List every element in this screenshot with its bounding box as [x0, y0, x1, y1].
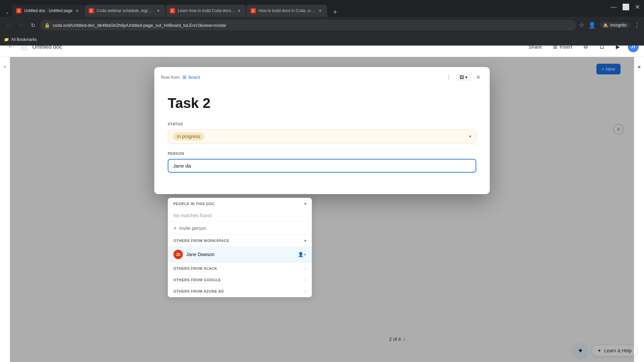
jane-dawson-avatar: JD [173, 250, 183, 259]
people-in-doc-header[interactable]: PEOPLE IN THIS DOC ▾ [168, 198, 312, 209]
address-text: coda.io/d/Untitled-doc_dk4MaGh2h6p/Untit… [53, 23, 572, 28]
tab-4-close[interactable]: × [318, 8, 323, 13]
back-button[interactable]: ← [4, 20, 13, 30]
tab-bar: ⌄ C Untitled doc · Untitled page × C Cod… [0, 0, 644, 17]
add-person-icon: 👤+ [298, 252, 306, 257]
invite-plus-icon: + [173, 225, 176, 231]
incognito-icon: 🕵 [603, 23, 608, 27]
profile-icon[interactable]: 👤 [588, 21, 596, 29]
tab-4[interactable]: C How to build docs in Coda, cre... × [247, 5, 327, 17]
right-sidebar-toggle[interactable]: « [634, 57, 644, 362]
modal-overlay[interactable]: Row from ⊞ Board ⋮ 🖼 ▾ × [10, 57, 634, 362]
tab-list-btn[interactable]: ⌄ [3, 7, 12, 17]
tab-4-favicon: C [251, 8, 256, 13]
person-field-label: PERSON [168, 152, 476, 156]
people-in-doc-arrow-icon: ▾ [304, 201, 306, 206]
chevron-right-icon: « [638, 64, 641, 70]
chevron-left-icon: » [4, 64, 6, 69]
status-field-label: STATUS [168, 122, 476, 126]
board-icon: ⊞ [182, 74, 186, 80]
jane-dawson-item[interactable]: JD Jane Dawson 👤+ [168, 246, 312, 262]
tab-2-title: Coda webinar schedule, regist... [97, 8, 154, 13]
modal-header: Row from ⊞ Board ⋮ 🖼 ▾ × [154, 67, 490, 87]
others-google-header[interactable]: OTHERS FROM GOOGLE › [168, 274, 312, 286]
tab-3[interactable]: C Learn how to build Coda docs... × [166, 5, 246, 17]
person-input[interactable] [168, 159, 476, 173]
window-controls: — ⬜ ✕ [611, 3, 640, 11]
address-bar-actions: ☆ 👤 🕵 Incognito ⋮ [579, 21, 640, 29]
tab-1-favicon: C [16, 8, 21, 13]
status-value: In progress [173, 132, 204, 140]
tab-1-close[interactable]: × [74, 8, 80, 13]
others-slack-header[interactable]: OTHERS FROM SLACK › [168, 263, 312, 274]
person-field-section: PERSON PEOPLE IN THIS DOC ▾ No matches f… [168, 152, 476, 173]
tab-4-title: How to build docs in Coda, cre... [259, 8, 316, 13]
bookmarks-folder-icon: 📁 [4, 37, 9, 42]
tab-2[interactable]: C Coda webinar schedule, regist... × [85, 5, 165, 17]
browser-chrome: ⌄ C Untitled doc · Untitled page × C Cod… [0, 0, 644, 37]
status-field-section: STATUS In progress ▾ [168, 122, 476, 143]
others-azure-label: OTHERS FROM AZURE AD [173, 289, 224, 293]
bookmarks-bar: 📁 All Bookmarks [0, 34, 644, 46]
no-matches-text: No matches found [168, 209, 312, 222]
tab-1-title: Untitled doc · Untitled page [24, 8, 72, 13]
view-arrow: ▾ [465, 75, 468, 80]
tab-1[interactable]: C Untitled doc · Untitled page × [12, 5, 84, 17]
row-from-label: Row from [161, 75, 180, 80]
others-workspace-header[interactable]: OTHERS FROM WORKSPACE ▾ [168, 235, 312, 246]
jane-dawson-name: Jane Dawson [186, 252, 298, 257]
tab-2-close[interactable]: × [156, 8, 161, 13]
others-azure-arrow-icon: › [305, 289, 306, 294]
tab-3-favicon: C [170, 8, 175, 13]
lock-icon: 🔒 [44, 22, 50, 28]
address-bar[interactable]: 🔒 coda.io/d/Untitled-doc_dk4MaGh2h6p/Unt… [40, 20, 576, 31]
status-dropdown[interactable]: In progress ▾ [168, 129, 476, 143]
others-google-arrow-icon: › [305, 278, 306, 282]
board-link[interactable]: ⊞ Board [182, 74, 200, 80]
invite-person-button[interactable]: + Invite person [168, 222, 312, 235]
modal-close-button[interactable]: × [474, 72, 483, 82]
incognito-label: Incognito [610, 23, 627, 27]
others-workspace-arrow-icon: ▾ [304, 238, 306, 243]
modal-title: Task 2 [168, 95, 476, 111]
people-in-doc-label: PEOPLE IN THIS DOC [173, 202, 215, 206]
bookmarks-label: All Bookmarks [11, 37, 37, 42]
others-slack-arrow-icon: › [305, 266, 306, 271]
others-azure-header[interactable]: OTHERS FROM AZURE AD › [168, 286, 312, 297]
status-dropdown-arrow-icon: ▾ [469, 134, 471, 139]
person-dropdown-panel: PEOPLE IN THIS DOC ▾ No matches found + … [168, 198, 312, 297]
board-label: Board [189, 75, 200, 80]
address-bar-row: ← → ↻ 🔒 coda.io/d/Untitled-doc_dk4MaGh2h… [0, 17, 644, 34]
others-google-label: OTHERS FROM GOOGLE [173, 278, 221, 282]
bookmark-star-icon[interactable]: ☆ [579, 21, 584, 29]
others-workspace-label: OTHERS FROM WORKSPACE [173, 239, 229, 243]
modal-dialog: Row from ⊞ Board ⋮ 🖼 ▾ × [154, 67, 490, 194]
invite-person-label: Invite person [179, 226, 206, 231]
refresh-button[interactable]: ↻ [28, 20, 38, 30]
others-slack-label: OTHERS FROM SLACK [173, 266, 217, 270]
tab-3-title: Learn how to build Coda docs... [178, 8, 234, 13]
sidebar-toggle[interactable]: » [0, 57, 10, 362]
main-layout: » + New + 2 of 4 › Ro [0, 57, 644, 362]
modal-actions: ⋮ 🖼 ▾ × [444, 72, 483, 82]
tab-3-close[interactable]: × [236, 8, 242, 13]
modal-more-button[interactable]: ⋮ [444, 72, 453, 82]
incognito-badge: 🕵 Incognito [600, 22, 630, 28]
content-area: + New + 2 of 4 › Row from ⊞ [10, 57, 634, 362]
forward-button[interactable]: → [16, 20, 25, 30]
view-toggle-button[interactable]: 🖼 ▾ [456, 73, 471, 81]
view-icon: 🖼 [460, 75, 464, 80]
modal-body: Task 2 STATUS In progress ▾ PERSON [154, 87, 490, 194]
maximize-button[interactable]: ⬜ [622, 3, 630, 11]
add-tab-button[interactable]: + [330, 7, 340, 17]
menu-icon[interactable]: ⋮ [634, 21, 640, 29]
close-window-button[interactable]: ✕ [635, 3, 640, 11]
tab-2-favicon: C [89, 8, 94, 13]
minimize-button[interactable]: — [611, 3, 617, 11]
